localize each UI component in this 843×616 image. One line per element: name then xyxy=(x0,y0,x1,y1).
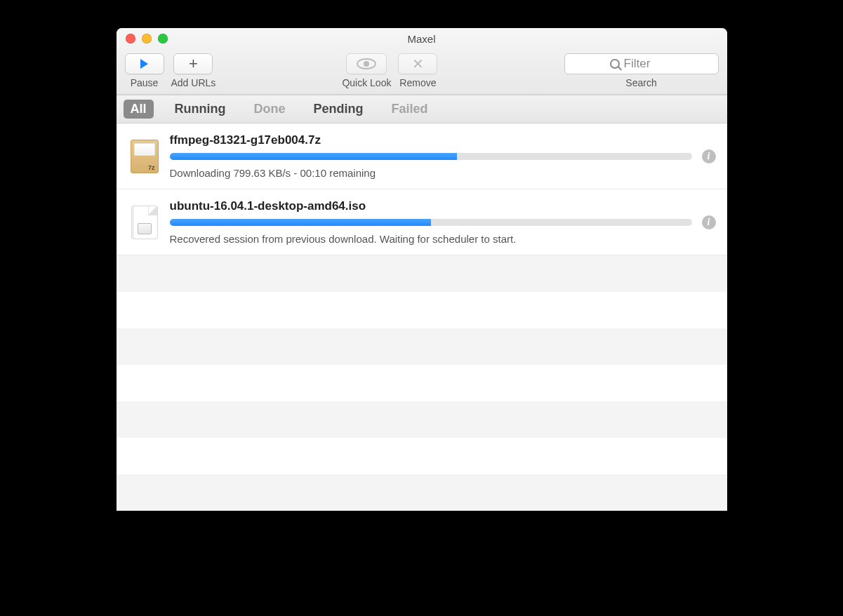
plus-icon: + xyxy=(189,56,198,72)
download-filename: ffmpeg-81321-g17eb004.7z xyxy=(170,133,692,147)
maximize-window-button[interactable] xyxy=(158,34,168,43)
titlebar: Maxel Pause + Add URLs Quick Look xyxy=(117,28,727,95)
list-row-empty xyxy=(117,255,727,292)
list-row-empty xyxy=(117,365,727,401)
app-window: Maxel Pause + Add URLs Quick Look xyxy=(117,28,727,511)
eye-icon xyxy=(357,58,376,69)
info-button[interactable]: i xyxy=(702,215,716,229)
download-row[interactable]: ubuntu-16.04.1-desktop-amd64.iso Recover… xyxy=(117,189,727,255)
quicklook-button[interactable] xyxy=(346,53,387,74)
progress-bar-fill xyxy=(170,153,457,160)
filter-tab-failed[interactable]: Failed xyxy=(385,100,435,119)
pause-button[interactable] xyxy=(125,53,164,74)
file-icon-iso xyxy=(129,205,160,240)
progress-bar xyxy=(170,219,692,226)
pause-label: Pause xyxy=(131,77,159,88)
progress-bar-fill xyxy=(170,219,431,226)
downloads-list: ffmpeg-81321-g17eb004.7z Downloading 799… xyxy=(117,123,727,511)
filter-tabs: All Running Done Pending Failed xyxy=(117,95,727,123)
search-icon xyxy=(610,59,620,69)
close-window-button[interactable] xyxy=(126,34,135,43)
search-field[interactable] xyxy=(564,53,719,74)
toolbar: Pause + Add URLs Quick Look ✕ Remove xyxy=(117,49,727,94)
download-row[interactable]: ffmpeg-81321-g17eb004.7z Downloading 799… xyxy=(117,123,727,189)
file-icon-7z xyxy=(129,139,160,174)
list-row-empty xyxy=(117,401,727,438)
play-icon xyxy=(140,59,148,69)
traffic-lights xyxy=(117,34,168,43)
filter-tab-all[interactable]: All xyxy=(124,100,154,119)
filter-tab-running[interactable]: Running xyxy=(168,100,233,119)
add-urls-label: Add URLs xyxy=(171,77,216,88)
window-title: Maxel xyxy=(117,33,727,45)
x-icon: ✕ xyxy=(412,55,424,72)
search-label: Search xyxy=(625,77,656,88)
progress-bar xyxy=(170,153,692,160)
search-input[interactable] xyxy=(624,57,673,71)
quicklook-label: Quick Look xyxy=(342,77,391,88)
list-row-empty xyxy=(117,292,727,328)
download-status: Downloading 799.63 KB/s - 00:10 remainin… xyxy=(170,167,692,179)
filter-tab-pending[interactable]: Pending xyxy=(307,100,371,119)
minimize-window-button[interactable] xyxy=(142,34,152,43)
list-row-empty xyxy=(117,474,727,511)
remove-label: Remove xyxy=(399,77,436,88)
add-urls-button[interactable]: + xyxy=(173,53,213,74)
download-filename: ubuntu-16.04.1-desktop-amd64.iso xyxy=(170,199,692,213)
filter-tab-done[interactable]: Done xyxy=(247,100,293,119)
download-status: Recovered session from previous download… xyxy=(170,233,692,245)
remove-button[interactable]: ✕ xyxy=(398,53,437,74)
list-row-empty xyxy=(117,328,727,365)
info-button[interactable]: i xyxy=(702,149,716,163)
list-row-empty xyxy=(117,438,727,474)
